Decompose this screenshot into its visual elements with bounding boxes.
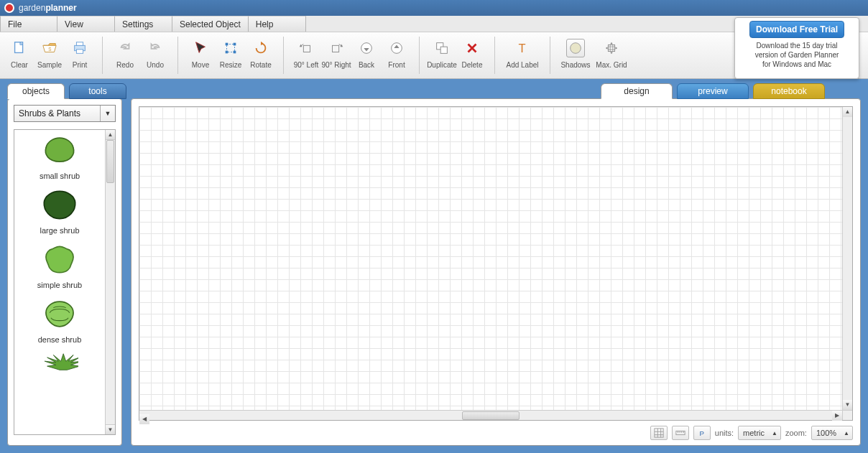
scroll-down-icon[interactable]: ▼ <box>106 424 115 434</box>
send-back-button[interactable]: Back <box>351 37 382 69</box>
bring-front-button[interactable]: Front <box>382 37 412 69</box>
svg-rect-9 <box>234 51 236 54</box>
zoom-label: zoom: <box>785 429 807 437</box>
tab-notebook[interactable]: notebook <box>753 83 825 99</box>
menu-selected-object[interactable]: Selected Object <box>172 16 249 32</box>
toggle-preview-button[interactable]: P <box>693 426 711 440</box>
objects-panel: Shrubs & Plants ▼ small shrub large shru… <box>7 98 122 446</box>
shadows-button[interactable]: Shadows <box>558 37 594 69</box>
canvas-panel: ▲ ▼ ◀ ▶ P units: metric▲ zoom: 100%▲ <box>131 98 861 446</box>
h-scroll-thumb[interactable] <box>462 411 520 420</box>
simple-shrub-icon <box>41 243 78 277</box>
workspace: objects tools Shrubs & Plants ▼ small sh… <box>0 79 868 453</box>
delete-icon <box>464 40 480 56</box>
bring-front-icon <box>389 40 405 56</box>
folder-open-icon: S <box>42 40 57 56</box>
sample-button[interactable]: SSample <box>34 37 65 69</box>
svg-rect-10 <box>303 45 310 52</box>
scroll-up-icon[interactable]: ▲ <box>106 130 115 140</box>
svg-rect-18 <box>608 45 614 51</box>
move-button[interactable]: Move <box>185 37 216 69</box>
left-tab-strip: objects tools <box>7 83 126 99</box>
svg-rect-19 <box>655 429 663 437</box>
svg-text:T: T <box>519 42 526 55</box>
chevron-down-icon: ▼ <box>101 110 115 117</box>
svg-rect-11 <box>333 45 339 52</box>
scroll-left-icon[interactable]: ◀ <box>139 414 149 424</box>
svg-rect-8 <box>226 51 228 54</box>
max-grid-button[interactable]: Max. Grid <box>594 37 629 69</box>
new-page-icon <box>11 40 27 56</box>
clear-button[interactable]: Clear <box>4 37 34 69</box>
svg-rect-3 <box>76 42 83 46</box>
canvas-v-scrollbar[interactable]: ▲ ▼ <box>842 107 852 410</box>
toggle-grid-button[interactable] <box>650 426 668 440</box>
status-bar: P units: metric▲ zoom: 100%▲ <box>139 425 853 441</box>
toggle-ruler-button[interactable] <box>672 426 689 440</box>
scroll-right-icon[interactable]: ▶ <box>832 411 842 421</box>
redo-button[interactable]: Redo <box>110 37 140 69</box>
tab-design[interactable]: design <box>601 83 673 99</box>
large-shrub-icon <box>41 189 78 223</box>
rotate-right-button[interactable]: 90° Right <box>321 37 351 69</box>
object-partial-spiky[interactable] <box>14 348 105 394</box>
undo-icon <box>147 40 163 56</box>
app-logo-icon <box>4 3 14 13</box>
object-list-scrollbar[interactable]: ▲ ▼ <box>105 130 115 434</box>
undo-button[interactable]: Undo <box>140 37 170 69</box>
object-simple-shrub[interactable]: simple shrub <box>14 239 105 294</box>
trial-text-2: version of Garden Planner <box>739 50 854 60</box>
object-dense-shrub[interactable]: dense shrub <box>14 294 105 348</box>
trial-text-1: Download the 15 day trial <box>739 41 854 50</box>
trial-box: Download Free Trial Download the 15 day … <box>734 17 859 79</box>
category-dropdown[interactable]: Shrubs & Plants ▼ <box>14 105 116 122</box>
svg-rect-15 <box>440 47 447 53</box>
printer-icon <box>72 40 88 56</box>
ruler-icon <box>675 428 685 438</box>
object-large-shrub[interactable]: large shrub <box>14 185 105 239</box>
title-bar: gardenplanner <box>0 0 868 16</box>
duplicate-icon <box>434 40 450 56</box>
rotate-left-button[interactable]: 90° Left <box>291 37 321 69</box>
menu-file[interactable]: File <box>0 16 57 32</box>
grid-arrows-icon <box>604 40 619 56</box>
object-list: small shrub large shrub simple shrub den… <box>14 129 116 435</box>
download-trial-button[interactable]: Download Free Trial <box>749 21 844 38</box>
print-button[interactable]: Print <box>65 37 95 69</box>
scroll-up-icon[interactable]: ▲ <box>843 107 852 117</box>
resize-button[interactable]: Resize <box>216 37 246 69</box>
category-value: Shrubs & Plants <box>14 108 100 118</box>
scroll-thumb[interactable] <box>106 140 114 183</box>
rotate-left-icon <box>298 40 314 56</box>
menu-view[interactable]: View <box>57 16 115 32</box>
app-title-light: garden <box>19 3 45 13</box>
tab-objects[interactable]: objects <box>7 83 65 99</box>
rotate-button[interactable]: Rotate <box>246 37 276 69</box>
svg-text:P: P <box>699 429 703 437</box>
right-tab-strip: design preview notebook <box>601 83 825 99</box>
object-small-shrub[interactable]: small shrub <box>14 130 105 185</box>
cursor-icon <box>193 40 208 56</box>
small-shrub-icon <box>41 134 78 168</box>
p-icon: P <box>697 428 707 438</box>
svg-rect-6 <box>226 43 228 46</box>
rotate-icon <box>253 40 269 56</box>
scroll-down-icon[interactable]: ▼ <box>843 400 852 410</box>
redo-icon <box>117 40 133 56</box>
duplicate-button[interactable]: Duplicate <box>427 37 457 69</box>
canvas-h-scrollbar[interactable]: ◀ ▶ <box>139 410 842 420</box>
zoom-dropdown[interactable]: 100%▲ <box>811 426 853 440</box>
canvas-wrap: ▲ ▼ ◀ ▶ <box>139 106 853 421</box>
menu-settings[interactable]: Settings <box>115 16 172 32</box>
units-dropdown[interactable]: metric▲ <box>738 426 781 440</box>
design-canvas[interactable] <box>139 107 842 410</box>
tab-preview[interactable]: preview <box>677 83 749 99</box>
add-label-button[interactable]: TAdd Label <box>502 37 542 69</box>
chevron-up-icon: ▲ <box>772 430 777 436</box>
header-area: File View Settings Selected Object Help … <box>0 16 868 79</box>
menu-help[interactable]: Help <box>249 16 306 32</box>
svg-text:S: S <box>48 47 51 52</box>
tab-tools[interactable]: tools <box>69 83 126 99</box>
delete-button[interactable]: Delete <box>457 37 487 69</box>
app-title-bold: planner <box>45 3 76 13</box>
